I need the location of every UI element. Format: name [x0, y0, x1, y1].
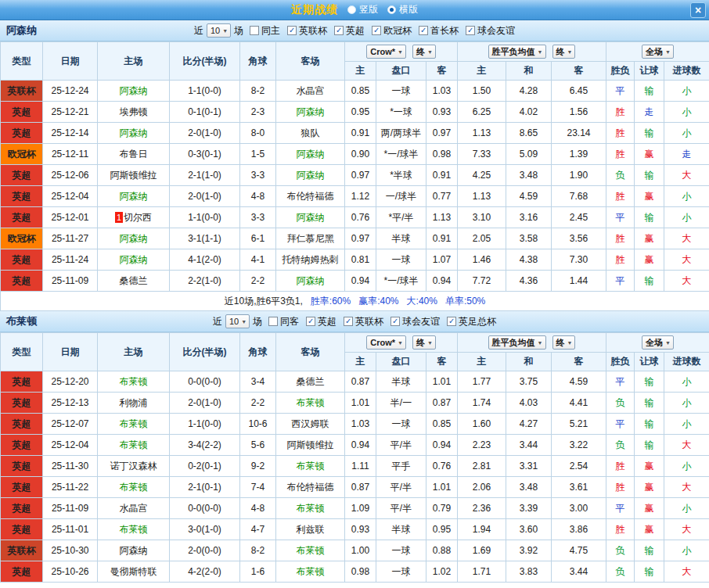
col-header-goals: 进球数 [664, 353, 709, 371]
full-match-dropdown[interactable]: 全场 [642, 335, 674, 350]
cell-home-team: 阿森纳 [98, 540, 170, 561]
col-header-euro-home: 主 [458, 353, 506, 371]
cell-home-team: 布莱顿 [98, 519, 170, 540]
filter-label: 球会友谊 [477, 24, 515, 38]
cell-home-team: 布莱顿 [98, 477, 170, 498]
match-count-dropdown[interactable]: 10 [207, 23, 231, 38]
match-row: 英超 25-12-04 布莱顿 3-4(2-2) 5-6 阿斯顿维拉 0.94 … [1, 435, 709, 456]
cell-euro-draw-odds: 3.75 [506, 371, 552, 393]
final-odds-dropdown[interactable]: 终 [412, 335, 436, 350]
layout-radio-vertical[interactable]: 竖版 [347, 3, 378, 16]
home-team-name: 切尔西 [124, 212, 152, 223]
asian-odds-group-header: Crow* 终 [345, 333, 458, 353]
match-count-dropdown[interactable]: 10 [225, 314, 250, 328]
layout-radio-horizontal[interactable]: 横版 [387, 3, 418, 16]
league-filter-group: 同客✓英超✓英联杯✓球会友谊✓英足总杯 [268, 315, 496, 328]
match-row: 英超 25-12-06 阿斯顿维拉 2-1(1-0) 3-3 阿森纳 0.97 … [1, 165, 709, 186]
close-icon[interactable]: × [690, 2, 706, 18]
cell-win-lose-result: 负 [606, 435, 635, 456]
away-team-name: 阿森纳 [297, 275, 325, 286]
cell-date: 25-11-30 [43, 456, 98, 477]
checkbox-checked-icon: ✓ [419, 26, 428, 35]
filter-checkbox[interactable]: ✓英联杯 [344, 315, 383, 328]
filter-checkbox[interactable]: ✓英超 [334, 24, 365, 38]
cell-away-team: 桑德兰 [276, 371, 345, 393]
cell-league-type: 英超 [1, 456, 43, 477]
cell-home-team: 布莱顿 [98, 371, 170, 393]
cell-win-lose-result: 胜 [606, 186, 635, 207]
wdl-average-dropdown[interactable]: 胜平负均值 [488, 45, 546, 59]
cell-corners: 4-8 [240, 498, 276, 519]
final-odds-dropdown[interactable]: 终 [552, 335, 576, 350]
full-match-dropdown[interactable]: 全场 [642, 45, 674, 59]
filter-checkbox[interactable]: ✓英联杯 [287, 24, 327, 38]
cell-euro-home-odds: 3.10 [458, 207, 506, 228]
final-odds-dropdown[interactable]: 终 [552, 45, 576, 59]
cell-date: 25-12-21 [43, 102, 98, 123]
checkbox-checked-icon: ✓ [287, 26, 297, 35]
filter-checkbox[interactable]: ✓英足总杯 [447, 315, 496, 328]
cell-handicap: 半球 [376, 228, 426, 249]
cell-home-team: 曼彻斯特联 [98, 561, 170, 583]
cell-date: 25-11-27 [43, 228, 98, 249]
final-odds-dropdown-value: 终 [556, 46, 565, 58]
cell-euro-away-odds: 7.30 [552, 249, 606, 271]
cell-euro-home-odds: 1.77 [458, 371, 506, 393]
cell-asian-home-odds: 1.12 [345, 186, 376, 207]
cell-asian-away-odds: 0.94 [426, 271, 458, 292]
cell-away-team: 阿森纳 [276, 207, 345, 228]
wdl-average-dropdown[interactable]: 胜平负均值 [488, 335, 546, 350]
summary-cell: 近10场,胜6平3负1,胜率:60%赢率:40%大:40%单率:50% [1, 292, 709, 311]
cell-asian-away-odds: 0.93 [426, 102, 458, 123]
cell-goals-result: 大 [664, 477, 709, 498]
cell-asian-home-odds: 0.87 [345, 477, 376, 498]
filter-checkbox[interactable]: 同主 [250, 24, 280, 38]
cell-league-type: 英超 [1, 414, 43, 435]
col-header-let-ball: 让球 [635, 353, 664, 371]
checkbox-unchecked-icon [268, 317, 278, 326]
filter-checkbox[interactable]: ✓英超 [306, 315, 337, 328]
away-team-name: 托特纳姆热刺 [283, 254, 339, 265]
bookmaker-dropdown[interactable]: Crow* [366, 45, 406, 59]
cell-handicap-result: 赢 [635, 249, 664, 271]
final-odds-dropdown[interactable]: 终 [412, 45, 436, 59]
team-section: 阿森纳 近 10 场 同主✓英联杯✓英超✓欧冠杯✓首长杯✓球会友谊 类型 日期 … [0, 20, 709, 311]
match-row: 英超 25-12-01 1切尔西 1-1(0-0) 3-3 阿森纳 0.76 *… [1, 207, 709, 228]
col-header-type: 类型 [1, 42, 43, 81]
cell-euro-home-odds: 2.81 [458, 456, 506, 477]
cell-score: 1-1(0-0) [170, 207, 240, 228]
final-odds-dropdown-value: 终 [416, 46, 425, 58]
radio-vertical-label: 竖版 [359, 3, 378, 16]
games-label: 场 [234, 24, 243, 38]
cell-asian-away-odds: 0.79 [426, 498, 458, 519]
cell-win-lose-result: 平 [606, 371, 635, 393]
match-row: 英超 25-12-04 阿森纳 2-0(1-0) 4-8 布伦特福德 1.12 … [1, 186, 709, 207]
cell-score: 2-0(1-0) [170, 186, 240, 207]
cell-win-lose-result: 负 [606, 561, 635, 583]
filter-checkbox[interactable]: ✓球会友谊 [390, 315, 440, 328]
cell-handicap: 半球 [376, 519, 426, 540]
cell-date: 25-12-04 [43, 186, 98, 207]
home-team-name: 阿森纳 [120, 233, 148, 244]
cell-league-type: 英超 [1, 123, 43, 144]
home-team-name: 桑德兰 [120, 275, 148, 286]
cell-date: 25-11-01 [43, 519, 98, 540]
cell-handicap: 一球 [376, 81, 426, 102]
filter-checkbox[interactable]: ✓首长杯 [419, 24, 459, 38]
match-row: 英超 25-12-07 布莱顿 1-1(0-0) 10-6 西汉姆联 1.03 … [1, 414, 709, 435]
col-header-win-lose: 胜负 [606, 62, 635, 81]
cell-home-team: 诺丁汉森林 [98, 456, 170, 477]
cell-score: 3-4(2-2) [170, 435, 240, 456]
cell-goals-result: 大 [664, 271, 709, 292]
asian-odds-group-header: Crow* 终 [345, 42, 458, 62]
filter-checkbox[interactable]: ✓欧冠杯 [372, 24, 412, 38]
cell-home-team: 阿森纳 [98, 81, 170, 102]
cell-asian-home-odds: 0.95 [345, 102, 376, 123]
bookmaker-dropdown[interactable]: Crow* [366, 335, 406, 350]
cell-handicap: 半球 [376, 371, 426, 393]
match-row: 英超 25-12-21 埃弗顿 0-1(0-1) 2-3 阿森纳 0.95 *一… [1, 102, 709, 123]
cell-date: 25-10-26 [43, 561, 98, 583]
filter-checkbox[interactable]: ✓球会友谊 [466, 24, 515, 38]
filter-checkbox[interactable]: 同客 [268, 315, 299, 328]
cell-score: 1-1(0-0) [170, 414, 240, 435]
